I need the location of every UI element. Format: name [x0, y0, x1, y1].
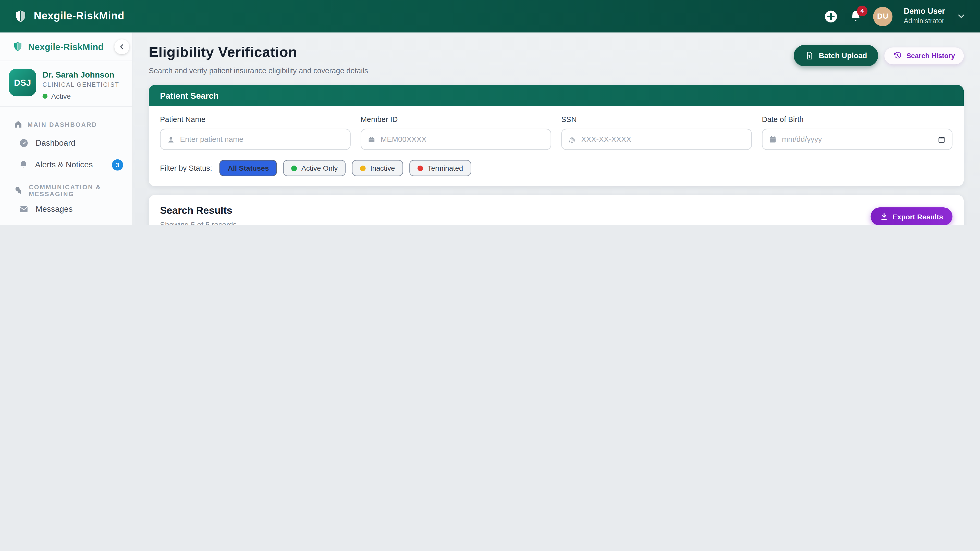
page-subtitle: Search and verify patient insurance elig…: [149, 66, 368, 75]
patient-search-title: Patient Search: [160, 91, 219, 100]
shield-logo-icon: [14, 10, 27, 23]
input-placeholder: Enter patient name: [180, 135, 344, 144]
sidebar-section-label: MAIN DASHBOARD: [27, 121, 97, 128]
search-results-card: Search Results Showing 5 of 5 records Ex…: [149, 195, 964, 225]
bell-icon: [19, 160, 28, 169]
app-brand-label: Nexgile-RiskMind: [34, 10, 124, 22]
ssn-input[interactable]: XXX-XX-XXXX: [561, 129, 752, 150]
main-content: Eligibility Verification Search and veri…: [132, 32, 980, 225]
app-window: Nexgile-RiskMind 4 DU Demo User Administ…: [0, 0, 980, 225]
profile-name: Dr. Sarah Johnson: [43, 70, 119, 79]
field-date-of-birth: Date of Birth mm/dd/yyyy: [762, 115, 953, 150]
input-placeholder: XXX-XX-XXXX: [581, 135, 745, 144]
export-results-button[interactable]: Export Results: [870, 207, 953, 225]
sidebar-section-main-dashboard: MAIN DASHBOARD Dashboard Alerts & Notice…: [0, 118, 132, 176]
search-history-label: Search History: [907, 52, 955, 59]
sidebar: Nexgile-RiskMind DSJ Dr. Sarah Johnson C…: [0, 32, 132, 225]
filter-chip-label: Active Only: [301, 164, 338, 171]
filter-chip-all-statuses[interactable]: All Statuses: [220, 160, 277, 176]
profile-status: Active: [43, 92, 119, 100]
patient-name-input[interactable]: Enter patient name: [160, 129, 351, 150]
sidebar-nav: MAIN DASHBOARD Dashboard Alerts & Notice…: [0, 107, 132, 225]
filter-chip-label: Terminated: [428, 164, 463, 171]
calendar-picker-icon: [937, 135, 945, 143]
field-label: Member ID: [361, 115, 551, 124]
sidebar-item-dashboard[interactable]: Dashboard: [0, 132, 132, 154]
input-placeholder: MEM00XXXX: [380, 135, 544, 144]
download-icon: [880, 213, 888, 221]
page-title: Eligibility Verification: [149, 44, 368, 60]
filter-chip-active-only[interactable]: Active Only: [283, 160, 346, 176]
field-label: SSN: [561, 115, 752, 124]
profile-status-label: Active: [51, 92, 71, 100]
envelope-icon: [19, 204, 29, 214]
field-member-id: Member ID MEM00XXXX: [361, 115, 551, 150]
user-profile-card[interactable]: DSJ Dr. Sarah Johnson CLINICAL GENETICIS…: [0, 61, 132, 107]
sidebar-item-label: Alerts & Notices: [35, 160, 105, 169]
sidebar-item-messages[interactable]: Messages: [0, 198, 132, 220]
field-label: Patient Name: [160, 115, 351, 124]
status-filter-row: Filter by Status: All Statuses Active On…: [160, 160, 953, 176]
filter-label: Filter by Status:: [160, 164, 212, 172]
filter-chip-terminated[interactable]: Terminated: [409, 160, 471, 176]
results-count: Showing 5 of 5 records: [160, 221, 237, 225]
member-id-input[interactable]: MEM00XXXX: [361, 129, 551, 150]
field-label: Date of Birth: [762, 115, 953, 124]
app-brand: Nexgile-RiskMind: [14, 10, 124, 23]
sidebar-brand-label: Nexgile-RiskMind: [28, 41, 126, 52]
sidebar-section-header: MAIN DASHBOARD: [0, 118, 132, 130]
filter-chip-inactive[interactable]: Inactive: [352, 160, 403, 176]
sidebar-item-alerts-notices[interactable]: Alerts & Notices 3: [0, 154, 132, 176]
sidebar-item-label: Messages: [36, 204, 123, 214]
search-fields: Patient Name Enter patient name Member I…: [160, 115, 953, 150]
briefcase-icon: [368, 135, 375, 143]
notification-badge: 4: [857, 6, 868, 16]
calendar-icon: [769, 135, 777, 143]
filter-chip-label: All Statuses: [228, 164, 269, 171]
fingerprint-icon: [568, 135, 576, 143]
status-dot: [417, 165, 423, 171]
batch-upload-button[interactable]: Batch Upload: [794, 45, 878, 66]
input-placeholder: mm/dd/yyyy: [782, 135, 932, 144]
profile-avatar: DSJ: [9, 68, 36, 96]
patient-search-card: Patient Search Patient Name Enter patien…: [149, 85, 964, 186]
sidebar-header: Nexgile-RiskMind: [0, 32, 132, 61]
profile-title: CLINICAL GENETICIST: [43, 81, 119, 88]
home-icon: [14, 120, 22, 129]
status-dot: [291, 165, 297, 171]
user-name: Demo User: [904, 7, 945, 17]
gauge-icon: [19, 138, 29, 148]
export-results-label: Export Results: [892, 213, 943, 220]
date-of-birth-input[interactable]: mm/dd/yyyy: [762, 129, 953, 150]
field-ssn: SSN XXX-XX-XXXX: [561, 115, 752, 150]
add-button[interactable]: [824, 9, 838, 24]
sidebar-section-header: COMMUNICATION & MESSAGING: [0, 184, 132, 197]
results-title: Search Results: [160, 205, 237, 216]
sidebar-section-label: COMMUNICATION & MESSAGING: [29, 184, 123, 197]
file-upload-icon: [805, 51, 814, 60]
status-dot: [43, 94, 48, 99]
sidebar-item-announcements[interactable]: Announcements: [0, 220, 132, 225]
user-small-icon: [167, 135, 175, 143]
history-icon: [893, 51, 902, 60]
status-dot: [360, 165, 366, 171]
filter-chip-label: Inactive: [370, 164, 395, 171]
field-patient-name: Patient Name Enter patient name: [160, 115, 351, 150]
user-info[interactable]: Demo User Administrator: [904, 7, 945, 25]
avatar[interactable]: DU: [873, 6, 892, 26]
sidebar-item-label: Dashboard: [36, 138, 123, 148]
batch-upload-label: Batch Upload: [819, 51, 867, 60]
shield-logo-icon: [13, 41, 23, 52]
patient-search-header: Patient Search: [149, 85, 964, 106]
notifications-button[interactable]: 4: [850, 10, 862, 22]
top-header: Nexgile-RiskMind 4 DU Demo User Administ…: [0, 0, 980, 32]
chevron-down-icon[interactable]: [956, 11, 966, 21]
notification-badge: 3: [112, 159, 123, 170]
chat-icon: [14, 186, 24, 195]
search-history-button[interactable]: Search History: [885, 47, 964, 64]
user-role: Administrator: [904, 17, 945, 25]
sidebar-section-communication-messaging: COMMUNICATION & MESSAGING Messages Annou…: [0, 184, 132, 225]
sidebar-collapse-button[interactable]: [115, 39, 129, 54]
